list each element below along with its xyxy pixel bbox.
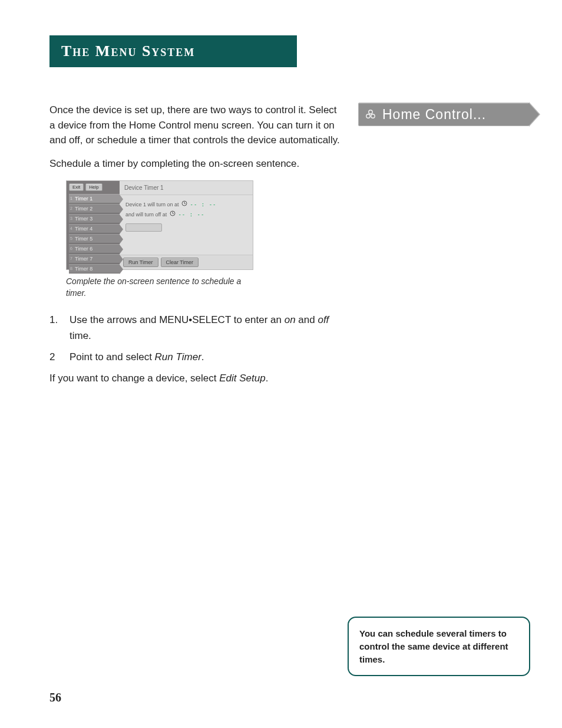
timer-tab-1[interactable]: 1Timer 1 — [69, 194, 120, 203]
timer-tab-5[interactable]: 5Timer 5 — [69, 234, 120, 243]
svg-point-7 — [366, 114, 370, 118]
turn-on-sentence: Device 1 will turn on at -- : -- — [125, 200, 247, 210]
step-1-text: Use the arrows and MENU•SELECT to enter … — [70, 312, 344, 344]
clock-icon — [181, 200, 187, 210]
device-timer-title: Device Timer 1 — [120, 181, 253, 195]
step-1-number: 1. — [49, 312, 61, 344]
svg-line-5 — [173, 213, 174, 214]
clock-icon — [170, 210, 176, 220]
tip-callout: You can schedule several timers to contr… — [348, 617, 530, 676]
step-2-text: Point to and select Run Timer. — [70, 349, 204, 365]
turn-off-sentence: and will turn off at -- : -- — [125, 210, 247, 220]
page-number: 56 — [49, 691, 61, 704]
timer-tab-2[interactable]: 2Timer 2 — [69, 204, 120, 213]
timer-tab-7[interactable]: 7Timer 7 — [69, 254, 120, 263]
off-time-field[interactable]: -- : -- — [178, 212, 204, 218]
svg-point-6 — [369, 110, 372, 114]
help-button[interactable]: Help — [85, 183, 102, 191]
home-control-label: Home Control... — [382, 107, 486, 123]
section-header: The Menu System — [49, 35, 297, 67]
schedule-paragraph: Schedule a timer by completing the on-sc… — [49, 156, 344, 172]
timer-tab-3[interactable]: 3Timer 3 — [69, 214, 120, 223]
home-control-breadcrumb[interactable]: Home Control... — [358, 103, 529, 126]
step-2-number: 2 — [49, 349, 61, 365]
svg-point-8 — [371, 114, 375, 118]
closing-paragraph: If you want to change a device, select E… — [49, 371, 344, 386]
run-timer-button[interactable]: Run Timer — [123, 258, 158, 267]
device-timer-screenshot: Exit Help 1Timer 1 2Timer 2 3Timer 3 4Ti… — [66, 180, 253, 270]
intro-paragraph: Once the device is set up, there are two… — [49, 103, 344, 148]
svg-line-2 — [184, 203, 186, 204]
home-control-icon — [365, 108, 376, 120]
clear-timer-button[interactable]: Clear Timer — [161, 258, 199, 267]
timer-tab-6[interactable]: 6Timer 6 — [69, 244, 120, 253]
timer-tab-8[interactable]: 8Timer 8 — [69, 264, 120, 274]
timer-tab-4[interactable]: 4Timer 4 — [69, 224, 120, 233]
device-select[interactable] — [125, 223, 162, 232]
exit-button[interactable]: Exit — [69, 183, 84, 191]
on-time-field[interactable]: -- : -- — [190, 202, 217, 207]
screenshot-caption: Complete the on-screen sentence to sched… — [66, 276, 254, 299]
